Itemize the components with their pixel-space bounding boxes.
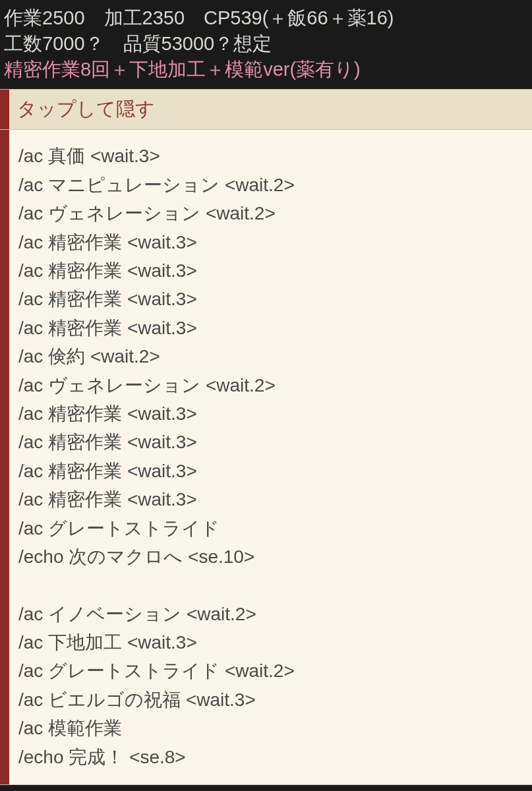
macro-area: /ac 真価 <wait.3>/ac マニピュレーション <wait.2>/ac…: [0, 130, 532, 784]
macro-line: /ac グレートストライド: [18, 514, 523, 542]
macro-line: /ac 精密作業 <wait.3>: [18, 228, 523, 256]
macro-line: /ac ヴェネレーション <wait.2>: [18, 371, 523, 399]
collapse-toggle[interactable]: タップして隠す: [0, 90, 532, 130]
macro-line: /ac 下地加工 <wait.3>: [18, 628, 523, 657]
macro-line: /ac 精密作業 <wait.3>: [18, 428, 523, 456]
header: 作業2500 加工2350 CP539(＋飯66＋薬16) 工数7000？ 品質…: [0, 0, 532, 89]
header-stats-line-1: 作業2500 加工2350 CP539(＋飯66＋薬16): [4, 5, 528, 31]
macro-line: /ac 倹約 <wait.2>: [18, 342, 523, 370]
macro-line: /ac 精密作業 <wait.3>: [18, 256, 523, 285]
macro-text: /ac 真価 <wait.3>/ac マニピュレーション <wait.2>/ac…: [9, 130, 532, 784]
macro-line: [18, 571, 523, 599]
macro-line: /ac 精密作業 <wait.3>: [18, 285, 523, 313]
macro-line: /ac マニピュレーション <wait.2>: [18, 171, 523, 199]
macro-line: /ac 精密作業 <wait.3>: [18, 399, 523, 428]
content-panel: タップして隠す /ac 真価 <wait.3>/ac マニピュレーション <wa…: [0, 89, 532, 785]
macro-line: /ac 精密作業 <wait.3>: [18, 314, 523, 342]
macro-line: /ac グレートストライド <wait.2>: [18, 657, 523, 685]
collapse-toggle-label: タップして隠す: [9, 90, 163, 129]
header-stats-line-2: 工数7000？ 品質53000？想定: [4, 31, 528, 57]
macro-line: /ac ヴェネレーション <wait.2>: [18, 199, 523, 227]
macro-line: /ac 模範作業: [18, 714, 523, 742]
macro-line: /ac イノベーション <wait.2>: [18, 600, 523, 628]
macro-line: /ac 真価 <wait.3>: [18, 142, 523, 170]
macro-line: /echo 次のマクロへ <se.10>: [18, 542, 523, 571]
accent-bar: [0, 130, 9, 784]
header-title: 精密作業8回＋下地加工＋模範ver(薬有り): [4, 57, 528, 82]
macro-line: /ac 精密作業 <wait.3>: [18, 485, 523, 513]
macro-line: /ac 精密作業 <wait.3>: [18, 457, 523, 485]
accent-bar: [0, 90, 9, 129]
macro-line: /echo 完成！ <se.8>: [18, 743, 523, 771]
macro-line: /ac ビエルゴの祝福 <wait.3>: [18, 686, 523, 714]
